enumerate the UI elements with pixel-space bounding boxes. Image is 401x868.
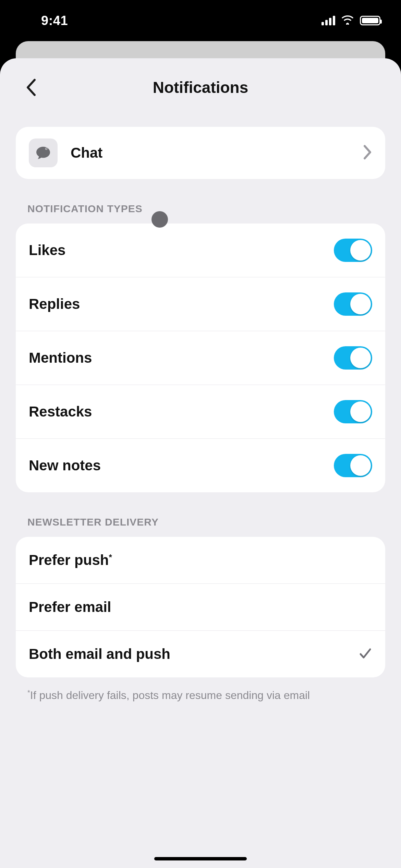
newsletter-delivery-header: NEWSLETTER DELIVERY <box>16 492 385 537</box>
likes-row: Likes <box>16 224 385 277</box>
new-notes-label: New notes <box>29 457 101 474</box>
restacks-row: Restacks <box>16 385 385 439</box>
nav-header: Notifications <box>0 69 401 106</box>
prefer-email-label: Prefer email <box>29 599 111 615</box>
status-time: 9:41 <box>41 13 68 28</box>
status-bar: 9:41 <box>0 0 401 41</box>
chat-bubble-icon <box>29 138 58 167</box>
chat-card: Chat <box>16 127 385 179</box>
chat-label: Chat <box>71 145 102 161</box>
likes-label: Likes <box>29 242 65 258</box>
notification-types-header: NOTIFICATION TYPES <box>16 179 385 224</box>
delivery-footnote: *If push delivery fails, posts may resum… <box>16 677 385 703</box>
mentions-row: Mentions <box>16 331 385 385</box>
prefer-push-label: Prefer push* <box>29 552 112 568</box>
new-notes-row: New notes <box>16 439 385 492</box>
restacks-toggle[interactable] <box>334 400 372 423</box>
prefer-push-row[interactable]: Prefer push* <box>16 537 385 584</box>
wifi-icon <box>341 15 354 26</box>
battery-icon <box>360 16 380 25</box>
chat-row[interactable]: Chat <box>16 127 385 179</box>
restacks-label: Restacks <box>29 403 92 420</box>
cellular-signal-icon <box>321 16 335 25</box>
chevron-left-icon <box>25 79 37 96</box>
home-indicator[interactable] <box>154 857 247 860</box>
replies-row: Replies <box>16 277 385 331</box>
new-notes-toggle[interactable] <box>334 454 372 477</box>
page-title: Notifications <box>0 78 401 97</box>
chevron-right-icon <box>363 145 372 161</box>
replies-toggle[interactable] <box>334 292 372 316</box>
replies-label: Replies <box>29 296 80 312</box>
newsletter-delivery-card: Prefer push* Prefer email Both email and… <box>16 537 385 677</box>
settings-sheet: Notifications Chat NOTIFICATION TYPES Li… <box>0 58 401 868</box>
both-email-push-row[interactable]: Both email and push <box>16 631 385 677</box>
svg-point-1 <box>46 148 47 149</box>
touch-cursor-icon <box>151 211 168 228</box>
mentions-toggle[interactable] <box>334 346 372 370</box>
checkmark-icon <box>359 647 372 662</box>
prefer-email-row[interactable]: Prefer email <box>16 584 385 631</box>
likes-toggle[interactable] <box>334 239 372 262</box>
status-indicators <box>321 15 380 26</box>
back-button[interactable] <box>21 77 41 98</box>
both-label: Both email and push <box>29 646 170 662</box>
mentions-label: Mentions <box>29 350 92 366</box>
notification-types-card: Likes Replies Mentions Restacks New note… <box>16 224 385 492</box>
